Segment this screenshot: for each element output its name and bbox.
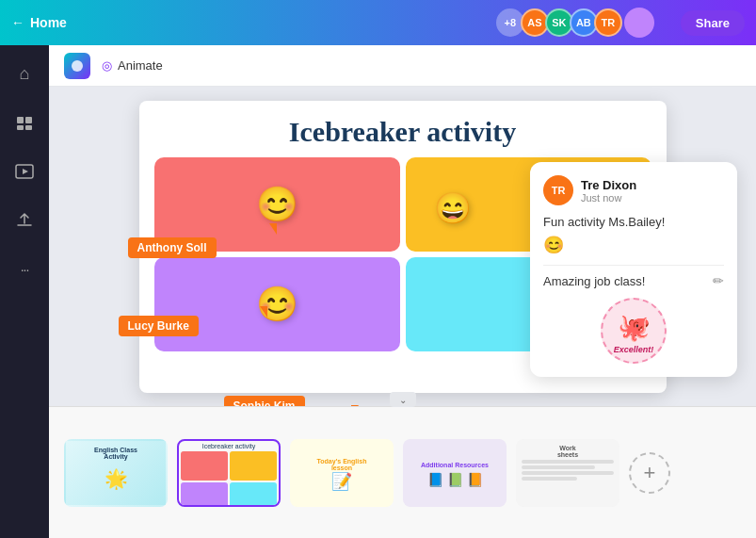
share-button[interactable]: Share	[681, 10, 745, 36]
cursor-arrow-sophie	[351, 405, 359, 407]
commenter-name: Tre Dixon	[581, 178, 636, 192]
sidebar-media-icon[interactable]	[8, 155, 41, 188]
home-icon: ←	[11, 15, 24, 30]
thumb-grid-2	[179, 449, 279, 507]
home-button[interactable]: ← Home	[11, 15, 67, 30]
comment-text: Fun activity Ms.Bailey!	[543, 215, 724, 229]
thumb-title-4: Additional Resources	[421, 458, 489, 468]
svg-rect-1	[25, 117, 32, 123]
thumb-title-3: Today's Englishlesson	[317, 454, 367, 471]
filmstrip-thumb-5[interactable]: Worksheets	[516, 439, 619, 507]
svg-rect-3	[25, 125, 32, 130]
commenter-avatar: TR	[543, 175, 573, 205]
sidebar-upload-icon[interactable]	[8, 204, 41, 237]
canva-logo	[64, 53, 90, 79]
emoji-sticker-1: 😊	[256, 185, 298, 224]
emoji-sticker-4: 😊	[256, 285, 298, 324]
collab-avatars: +8 AS SK AB TR	[500, 8, 654, 38]
cursor-arrow-lucy	[260, 306, 267, 318]
animate-button[interactable]: ◎ Animate	[102, 58, 163, 73]
edit-icon[interactable]: ✏	[713, 273, 724, 288]
thumb-icon-3: 📝	[331, 471, 352, 492]
cursor-arrow-anthony	[269, 223, 277, 235]
sidebar-home-icon[interactable]: ⌂	[8, 57, 41, 90]
excellent-label: Excellent!	[614, 345, 654, 354]
current-user-avatar[interactable]	[624, 8, 654, 38]
comment-emoji: 😊	[543, 235, 724, 255]
excellent-sticker: Excellent!	[601, 298, 667, 364]
sidebar: ⌂ ···	[0, 45, 49, 538]
add-slide-button[interactable]: +	[629, 452, 670, 494]
thumb-title-2: Icebreaker activity	[179, 441, 279, 449]
cursor-label-lucy: Lucy Burke	[119, 316, 199, 336]
filmstrip-thumb-2[interactable]: Icebreaker activity	[177, 439, 281, 507]
animate-label: Animate	[118, 58, 163, 73]
filmstrip: ⌄ English ClassActivity 🌟 Icebreaker act…	[49, 406, 756, 538]
thumb-content-5	[522, 460, 614, 481]
svg-marker-5	[23, 169, 28, 174]
topbar: ← Home +8 AS SK AB TR Share	[0, 0, 756, 45]
commenter-info: Tre Dixon Just now	[581, 178, 636, 204]
cursor-label-sophie: Sophie Kim	[224, 396, 305, 407]
comment-reply-row: Amazing job class! ✏	[543, 273, 724, 288]
filmstrip-thumb-1[interactable]: English ClassActivity 🌟	[64, 439, 168, 507]
filmstrip-thumb-4[interactable]: Additional Resources 📘📗📙	[403, 439, 507, 507]
filmstrip-thumb-3[interactable]: Today's Englishlesson 📝	[290, 439, 394, 507]
thumb-title-1: English ClassActivity	[70, 445, 162, 460]
toolbar: ◎ Animate	[49, 45, 756, 87]
thumb-content-1: 🌟	[70, 460, 162, 497]
sidebar-layers-icon[interactable]	[8, 106, 41, 139]
grid-cell-purple: 😊	[154, 257, 400, 351]
cursor-label-anthony: Anthony Soll	[128, 237, 217, 258]
comment-header: TR Tre Dixon Just now	[543, 175, 724, 205]
sidebar-more-icon[interactable]: ···	[8, 253, 41, 286]
svg-point-6	[72, 60, 83, 72]
comment-reply-text: Amazing job class!	[543, 274, 645, 288]
home-label: Home	[30, 15, 67, 30]
canvas-area: Icebreaker activity 😊 😊 😄 😊 🌍 Anthony So…	[49, 87, 756, 406]
collapse-button[interactable]: ⌄	[390, 392, 416, 407]
svg-rect-0	[17, 117, 24, 123]
commenter-time: Just now	[581, 192, 636, 204]
thumb-title-5: Worksheets	[522, 445, 614, 458]
comment-divider	[543, 265, 724, 266]
comment-popup: TR Tre Dixon Just now Fun activity Ms.Ba…	[530, 162, 737, 377]
slide-title: Icebreaker activity	[139, 101, 667, 157]
avatar-tr: TR	[594, 8, 622, 37]
animate-icon: ◎	[102, 58, 112, 73]
thumb-icons-4: 📘📗📙	[427, 472, 483, 487]
emoji-sticker-3: 😄	[434, 190, 472, 226]
svg-rect-2	[17, 125, 24, 130]
